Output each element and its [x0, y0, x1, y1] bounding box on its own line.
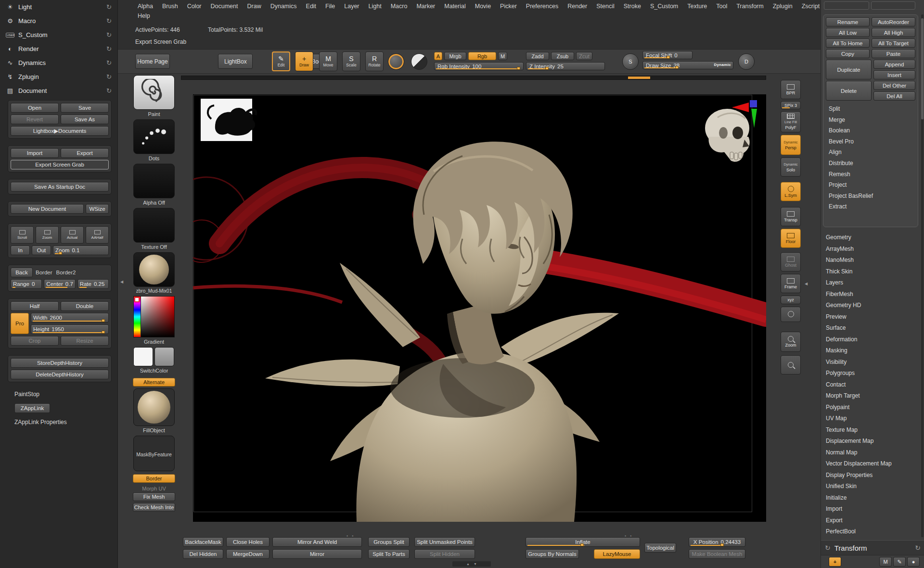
palette-macro[interactable]: ⚙ Macro ↻ — [0, 14, 117, 28]
menu-item[interactable]: Stencil — [596, 3, 615, 10]
rate-slider[interactable]: Rate 0.25 — [77, 279, 109, 289]
split-hidden-button[interactable]: Split Hidden — [414, 549, 475, 559]
hue-strip[interactable] — [134, 297, 141, 337]
tool-section-row[interactable]: Display Properties — [821, 470, 920, 481]
fill-object[interactable]: FillObject — [133, 388, 175, 433]
palette-render[interactable]: ◐ Render ↻ — [0, 42, 117, 56]
tool-section-row[interactable]: Export — [821, 515, 920, 527]
wsize-button[interactable]: WSize — [86, 204, 109, 214]
menu-item[interactable]: Picker — [500, 3, 517, 10]
subtool-section-row[interactable]: Remesh — [826, 169, 915, 180]
subtool-section-row[interactable]: Bevel Pro — [826, 136, 915, 147]
topological-button[interactable]: Topological — [644, 543, 676, 553]
refresh-icon[interactable]: ↻ — [825, 544, 831, 552]
tool-section-row[interactable]: Polygroups — [821, 368, 920, 379]
scale-button[interactable]: S Scale — [342, 52, 360, 71]
partial-button[interactable] — [824, 1, 869, 10]
menu-item[interactable]: Movie — [475, 3, 491, 10]
m-button[interactable]: M — [498, 52, 507, 60]
palette-s-custom[interactable]: USER S_Custom ↻ — [0, 28, 117, 42]
half-button[interactable]: Half — [11, 301, 59, 311]
menu-item[interactable]: Color — [187, 3, 202, 10]
zoom-tool-button[interactable]: Zoom — [781, 332, 801, 352]
del-all-button[interactable]: Del All — [873, 91, 915, 101]
refresh-icon[interactable]: ↻ — [106, 87, 112, 94]
zcut-button[interactable]: Zcut — [576, 52, 592, 60]
palette-light[interactable]: ☀ Light ↻ — [0, 0, 117, 14]
zoom-button[interactable]: Zoom — [36, 226, 59, 244]
menu-item[interactable]: Draw — [247, 3, 261, 10]
tool-section-row[interactable]: Contact — [821, 379, 920, 391]
refresh-icon[interactable]: ↻ — [106, 17, 112, 25]
copy-button[interactable]: Copy — [826, 49, 870, 58]
del-other-button[interactable]: Del Other — [873, 81, 915, 90]
tool-section-row[interactable]: Morph Target — [821, 390, 920, 402]
aahalf-button[interactable]: AAHalf — [86, 226, 109, 244]
double-button[interactable]: Double — [61, 301, 109, 311]
menu-item[interactable]: Dynamics — [270, 3, 297, 10]
saturation-square[interactable] — [141, 297, 174, 337]
z-intensity-slider[interactable]: Z Intensity 25 — [526, 62, 605, 70]
insert-button[interactable]: Insert — [873, 70, 915, 79]
a-toggle-button[interactable]: A — [434, 52, 442, 60]
current-alpha[interactable]: Alpha Off — [133, 164, 175, 206]
menu-item[interactable]: Edit — [306, 3, 317, 10]
local-symmetry-button[interactable]: L.Sym — [781, 182, 801, 201]
menu-item[interactable]: Texture — [687, 3, 707, 10]
spix-slider[interactable]: SPix 3 — [781, 101, 801, 109]
transform-palette-header[interactable]: ↻ Transform ↻ — [821, 540, 924, 555]
fix-mesh-button[interactable]: Fix Mesh — [133, 492, 175, 501]
mirror-button[interactable]: Mirror — [272, 549, 362, 559]
all-high-button[interactable]: All High — [872, 28, 915, 37]
border-label[interactable]: Border — [35, 268, 53, 277]
menu-item[interactable]: Preferences — [526, 3, 558, 10]
brush-mode-icon[interactable]: ✎ — [893, 557, 906, 567]
rename-button[interactable]: Rename — [826, 17, 870, 26]
current-stroke[interactable]: Dots — [133, 119, 175, 161]
tool-section-row[interactable]: Polypaint — [821, 402, 920, 413]
menu-item[interactable]: Brush — [162, 3, 178, 10]
menu-item[interactable]: File — [325, 3, 335, 10]
groups-by-normals-button[interactable]: Groups By Normals — [526, 549, 579, 559]
mrgb-button[interactable]: Mrgb — [444, 52, 466, 60]
secondary-color-swatch[interactable] — [154, 347, 174, 366]
morph-uv-button[interactable]: Morph UV — [133, 485, 175, 492]
switch-color[interactable]: SwitchColor — [133, 347, 175, 374]
paintstop-button[interactable]: PaintStop — [8, 389, 112, 400]
menu-item[interactable]: Marker — [416, 3, 435, 10]
width-slider[interactable]: Width 2600 — [31, 313, 109, 323]
menu-item[interactable]: Render — [567, 3, 587, 10]
menu-item[interactable]: S_Custom — [650, 3, 678, 10]
inflate-slider[interactable]: Inflate — [526, 537, 640, 547]
main-color-swatch[interactable] — [133, 347, 153, 366]
palette-zplugin[interactable]: ↯ Zplugin ↻ — [0, 70, 117, 84]
autoreorder-button[interactable]: AutoReorder — [872, 17, 915, 26]
plus-icon[interactable]: + — [829, 557, 841, 567]
floor-button[interactable]: Floor — [781, 229, 801, 248]
subtool-section-row[interactable]: Distribute — [826, 158, 915, 169]
new-document-button[interactable]: New Document — [11, 204, 84, 214]
partial-button[interactable] — [871, 1, 915, 10]
make-boolean-mesh-button[interactable]: Make Boolean Mesh — [689, 549, 745, 559]
refresh-icon[interactable]: ↻ — [106, 45, 112, 52]
transparency-button[interactable]: Transp — [781, 207, 801, 226]
all-to-target-button[interactable]: All To Target — [872, 39, 915, 48]
save-as-button[interactable]: Save As — [61, 115, 109, 124]
alternate-button[interactable]: Alternate — [133, 378, 175, 387]
range-slider[interactable]: Range 0 — [11, 279, 42, 289]
height-slider[interactable]: Height 1950 — [31, 324, 109, 334]
crop-button[interactable]: Crop — [11, 336, 59, 346]
zapplink-properties-label[interactable]: ZAppLink Properties — [8, 417, 112, 427]
bpr-button[interactable]: BPR — [781, 80, 801, 99]
tool-section-row[interactable]: PerfectBool — [821, 526, 920, 538]
all-to-home-button[interactable]: All To Home — [826, 39, 870, 48]
viewport-canvas[interactable] — [193, 94, 766, 522]
canvas-ruler[interactable] — [181, 76, 766, 80]
draw-button[interactable]: + Draw — [295, 52, 313, 71]
close-holes-button[interactable]: Close Holes — [226, 537, 270, 547]
export-screen-grab-button[interactable]: Export Screen Grab — [11, 160, 109, 169]
current-brush[interactable]: Paint — [133, 75, 175, 117]
menu-item[interactable]: Zscript — [802, 3, 820, 10]
tool-section-row[interactable]: Vector Displacement Map — [821, 458, 920, 470]
resize-button[interactable]: Resize — [61, 336, 109, 346]
